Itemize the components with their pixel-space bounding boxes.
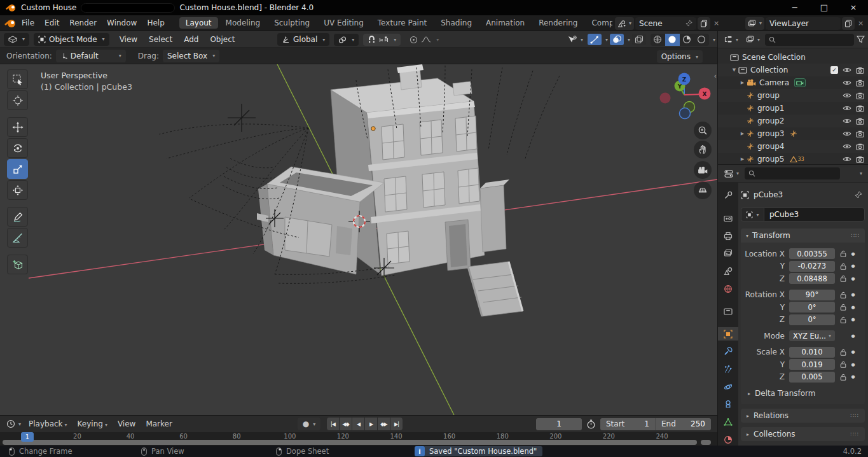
outliner-display-mode-button[interactable]: ▾: [743, 34, 762, 45]
shading-rendered-button[interactable]: [694, 34, 709, 46]
value-field[interactable]: 0.019: [789, 359, 835, 370]
properties-editor-type-button[interactable]: ▾: [722, 169, 741, 179]
timeline-scrollbar[interactable]: [3, 440, 697, 445]
viewlayer-type-dropdown[interactable]: ▾: [745, 17, 764, 30]
stopwatch-icon[interactable]: [586, 419, 596, 429]
end-frame-field[interactable]: End 250: [655, 418, 711, 430]
disable-in-renders-toggle[interactable]: [856, 92, 864, 99]
timeline-editor-type-button[interactable]: ▾: [4, 418, 24, 430]
move-tool[interactable]: [7, 117, 28, 137]
show-overlays-toggle[interactable]: [610, 34, 624, 45]
viewport-canvas[interactable]: User Perspective (1) Collection | pCube3…: [0, 64, 717, 415]
value-field[interactable]: 0°: [789, 314, 835, 325]
drag-dropdown[interactable]: Select Box ▾: [163, 50, 219, 62]
viewport-menu-object[interactable]: Object: [204, 35, 240, 44]
restore-button[interactable]: □: [809, 0, 839, 15]
value-field[interactable]: -0.0273: [789, 261, 835, 272]
filter-icon[interactable]: [857, 36, 865, 43]
shading-material-preview-button[interactable]: [680, 34, 694, 46]
properties-tab-constraints[interactable]: [718, 398, 738, 411]
pin-icon[interactable]: [855, 191, 862, 199]
transform-orientation-dropdown[interactable]: Global ▾: [277, 33, 329, 46]
remove-viewlayer-button[interactable]: ×: [856, 19, 865, 27]
sidebar-collapse-arrow[interactable]: ‹: [714, 72, 717, 80]
jump-to-start-button[interactable]: |◀: [327, 418, 339, 430]
transform-panel-header[interactable]: ▾ Transform ∷∷: [741, 229, 865, 243]
properties-tab-modifiers[interactable]: [718, 345, 738, 358]
viewport-menu-view[interactable]: View: [114, 35, 143, 44]
select-box-tool[interactable]: [7, 69, 28, 89]
animate-property-dot[interactable]: ●: [849, 264, 857, 269]
outliner-row[interactable]: Scene Collection: [718, 51, 868, 64]
lock-toggle[interactable]: [837, 304, 849, 311]
timeline-scrollbar-nub[interactable]: [701, 440, 711, 445]
properties-tab-view-layer[interactable]: [718, 247, 738, 260]
animate-property-dot[interactable]: ●: [849, 305, 857, 310]
workspace-tab-shading[interactable]: Shading: [434, 17, 478, 29]
chevron-down-icon[interactable]: ▾: [860, 171, 862, 176]
workspace-tab-uv-editing[interactable]: UV Editing: [317, 17, 370, 29]
menu-edit[interactable]: Edit: [39, 18, 64, 27]
camera-view-button[interactable]: [694, 161, 712, 179]
snap-group[interactable]: ▾: [363, 34, 401, 46]
hide-in-viewport-toggle[interactable]: [843, 130, 851, 137]
shading-wireframe-button[interactable]: [651, 34, 665, 46]
proportional-editing-group[interactable]: ▾: [405, 34, 443, 46]
scene-selector[interactable]: ▾ Scene ×: [612, 17, 721, 30]
collection-checkbox[interactable]: ✓: [830, 66, 838, 74]
collections-panel[interactable]: ▸ Collections ∷∷: [741, 427, 865, 441]
outliner-row[interactable]: ▶group533: [718, 153, 868, 164]
outliner-row[interactable]: group: [718, 89, 868, 102]
properties-tab-collection[interactable]: [718, 305, 738, 318]
show-gizmo-toggle[interactable]: [588, 34, 602, 45]
disclosure-icon[interactable]: ▶: [738, 131, 747, 136]
drag-handle-icon[interactable]: ∷∷: [851, 232, 860, 239]
properties-tab-physics[interactable]: [718, 380, 738, 393]
chevron-down-icon[interactable]: ▾: [713, 37, 715, 43]
hide-in-viewport-toggle[interactable]: [843, 118, 851, 124]
navigation-gizmo[interactable]: Y Z X: [645, 67, 716, 128]
toggle-xray-button[interactable]: [632, 34, 646, 45]
properties-tab-scene[interactable]: [718, 265, 738, 278]
object-type-visibility-dropdown[interactable]: ▾: [565, 34, 586, 45]
drag-handle-icon[interactable]: ∷∷: [851, 412, 859, 419]
disclosure-icon[interactable]: ▼: [730, 67, 738, 73]
workspace-tab-texture-paint[interactable]: Texture Paint: [371, 17, 433, 29]
playhead-marker[interactable]: 1: [21, 432, 34, 442]
menu-window[interactable]: Window: [102, 18, 142, 27]
chevron-down-icon[interactable]: ▾: [605, 37, 608, 43]
outliner-row[interactable]: group2: [718, 115, 868, 127]
timeline-menu-view[interactable]: View: [113, 419, 141, 428]
animate-property-dot[interactable]: ●: [849, 349, 857, 355]
properties-tab-tool[interactable]: [718, 189, 738, 202]
lock-toggle[interactable]: [837, 316, 849, 323]
disable-in-renders-toggle[interactable]: [856, 105, 864, 112]
animate-property-dot[interactable]: ●: [849, 251, 857, 257]
properties-tab-object[interactable]: [718, 327, 738, 341]
hide-in-viewport-toggle[interactable]: [843, 105, 851, 111]
hide-in-viewport-toggle[interactable]: [843, 80, 851, 86]
properties-tab-world[interactable]: [718, 282, 738, 295]
auto-keyframe-button[interactable]: ● ▾: [298, 418, 320, 430]
relations-panel[interactable]: ▸ Relations ∷∷: [741, 409, 865, 423]
value-field[interactable]: 0.005: [789, 372, 835, 383]
lock-toggle[interactable]: [837, 361, 849, 368]
outliner-row[interactable]: group4: [718, 140, 868, 153]
unlink-scene-button[interactable]: ×: [712, 19, 721, 27]
close-button[interactable]: ×: [839, 0, 868, 15]
workspace-tab-animation[interactable]: Animation: [479, 17, 531, 29]
animate-property-dot[interactable]: ●: [849, 334, 857, 339]
animate-property-dot[interactable]: ●: [849, 317, 857, 322]
disable-in-renders-toggle[interactable]: [856, 143, 864, 150]
pivot-point-dropdown[interactable]: ▾: [334, 34, 359, 46]
minimize-button[interactable]: −: [780, 0, 809, 15]
toggle-perspective-button[interactable]: [694, 181, 712, 199]
cursor-tool[interactable]: [7, 90, 28, 110]
object-name-field[interactable]: pCube3: [764, 207, 865, 221]
value-field[interactable]: 0.08488: [789, 273, 835, 284]
animate-property-dot[interactable]: ●: [849, 374, 857, 379]
properties-search-input[interactable]: [745, 167, 840, 179]
measure-tool[interactable]: [7, 228, 28, 248]
orientation-dropdown[interactable]: Default ▾: [56, 50, 126, 62]
properties-tab-object-data[interactable]: [718, 416, 738, 429]
